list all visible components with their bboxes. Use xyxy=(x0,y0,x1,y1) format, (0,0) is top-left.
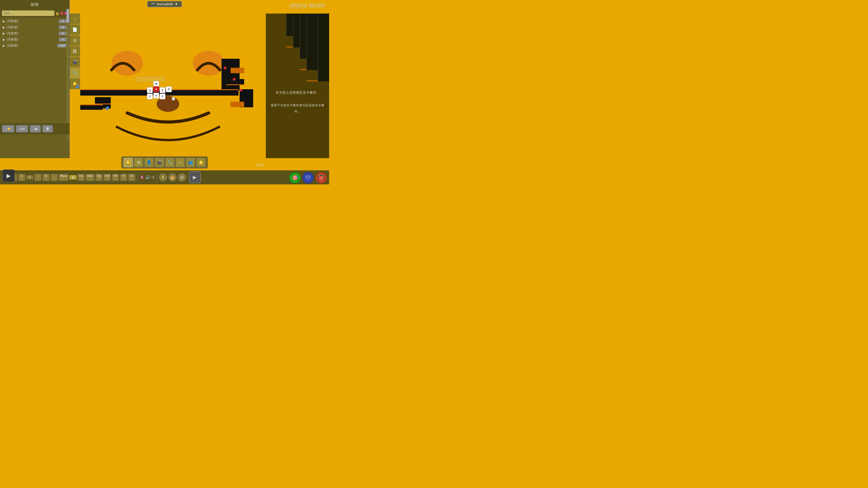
toolbar-separator-1 xyxy=(137,173,138,182)
dropdown-arrow-icon: ▼ xyxy=(175,2,178,6)
deco-count-2: 0 xyxy=(59,32,67,35)
center-toolbar: 🔔 ⊞ 👤 🎬 🔧 + 👥 ⭐ xyxy=(121,156,208,168)
key-z[interactable]: Z xyxy=(147,94,153,99)
decoration-list: ◆ (无标签) 0 ◆ (无标签) 0 ◆ (无标签) 0 ◆ (无标签) 0 … xyxy=(0,18,69,50)
deco-icon-2: ◆ xyxy=(2,32,5,35)
center-tool-bell[interactable]: 🔔 xyxy=(123,158,133,167)
tool-strip: ♪ 📄 ⊞ 🖼 🎬 🔧 🔔 👤 xyxy=(70,13,80,89)
decoration-item-1[interactable]: ◆ (无标签) 0 xyxy=(0,24,69,31)
deco-icon-1: ◆ xyxy=(2,26,5,29)
center-tool-person[interactable]: 👤 xyxy=(144,158,154,167)
center-tool-users[interactable]: 👥 xyxy=(186,158,195,167)
platform-tiles xyxy=(80,90,265,95)
add-object-button[interactable]: +🔔 xyxy=(2,125,14,133)
deco-count-1: 0 xyxy=(59,26,67,29)
kb-f9[interactable]: F93 xyxy=(112,174,119,181)
big-play-right-button[interactable]: ▶ xyxy=(189,171,201,183)
tool-grid[interactable]: ⊞ xyxy=(70,35,80,46)
center-tool-star[interactable]: ⭐ xyxy=(196,158,206,167)
kb-t[interactable]: T xyxy=(26,175,33,180)
deco-label-0: (无标签) xyxy=(6,19,57,23)
left-panel-bottom-buttons: +🔔 +Aa +◆ 🗑 xyxy=(0,123,70,134)
tool-wrench[interactable]: 🔧 xyxy=(70,68,80,78)
float-square xyxy=(172,97,175,100)
kb-f2[interactable]: F24 xyxy=(128,174,135,181)
right-panel-line1: 本方块上没有绑定关卡事件。 xyxy=(270,90,326,96)
kb-b[interactable]: B1 xyxy=(42,174,50,181)
stair-orange2 xyxy=(226,84,244,85)
key-s[interactable]: S xyxy=(153,93,159,98)
shield-button[interactable]: 🛡 xyxy=(303,172,314,184)
tool-bell[interactable]: 🔔 👤 xyxy=(70,78,80,89)
add-shape-button[interactable]: +◆ xyxy=(30,125,41,133)
decoration-item-4[interactable]: ◆ (无标签) 2107 xyxy=(0,43,69,49)
blue-indicator xyxy=(106,107,109,110)
kb-menu[interactable]: Menu0 xyxy=(59,174,68,181)
decoration-item-0[interactable]: ◆ (无标签) 0 xyxy=(0,18,69,24)
lock-icon: 🔒 xyxy=(55,11,59,15)
kb-dash[interactable]: —3 xyxy=(34,174,41,181)
character-button[interactable]: 👹 xyxy=(315,172,327,184)
kb-f1[interactable]: F15 xyxy=(120,174,127,181)
tool-video[interactable]: 🎬 xyxy=(70,57,80,67)
deco-icon-0: ◆ xyxy=(2,20,5,23)
decoration-item-3[interactable]: ◆ (无标签) 0 xyxy=(0,37,69,43)
basket-button[interactable]: 🧺 xyxy=(168,173,177,182)
scroll-thumb[interactable] xyxy=(66,9,69,23)
kb-down[interactable]: ↓0 xyxy=(51,174,58,181)
center-tool-camera[interactable]: 🎬 xyxy=(155,158,164,167)
add-text-button[interactable]: +Aa xyxy=(16,125,29,133)
vol-icon[interactable]: 🔊 xyxy=(145,175,150,180)
color-dot-red[interactable] xyxy=(60,12,63,15)
deco-label-2: (无标签) xyxy=(6,31,57,35)
key-c[interactable]: C xyxy=(160,94,165,99)
camera-icon: 📷 xyxy=(151,2,155,6)
delete-button[interactable]: 🗑 xyxy=(42,125,53,133)
search-input[interactable] xyxy=(2,10,55,16)
vol-mute-icon[interactable]: 🔇 xyxy=(140,175,145,180)
target-green-button[interactable]: 🎯 xyxy=(289,172,301,184)
kb-home[interactable]: Hom3 xyxy=(86,174,94,181)
rotate-icon[interactable]: ↺ xyxy=(151,175,155,180)
tool-music[interactable]: ♪ xyxy=(70,13,80,24)
key-e[interactable]: E xyxy=(160,87,165,93)
kb-f10[interactable]: F106 xyxy=(103,174,111,181)
gameplay-label: 玩法 xyxy=(256,163,264,167)
center-tool-plus[interactable]: + xyxy=(176,158,185,167)
kb-ins[interactable]: Ins8 xyxy=(78,174,85,181)
bottom-toolbar: Q4 ↙4 48 T —3 B1 ↓0 Menu0 W Ins8 Hom3 Pg… xyxy=(0,170,329,184)
deco-label-3: (无标签) xyxy=(6,37,57,41)
key-a-red[interactable]: A xyxy=(153,86,159,92)
deco-count-0: 0 xyxy=(59,20,67,23)
right-panel-text: 本方块上没有绑定关卡事件。 使用下方的关卡事件条可以添加关卡事件。 xyxy=(266,86,329,118)
pause-button[interactable]: ⏸ xyxy=(159,173,167,182)
key-w[interactable]: W xyxy=(153,81,159,87)
selection-rect xyxy=(135,77,165,81)
tool-image[interactable]: 🖼 xyxy=(70,46,80,57)
kb-4[interactable]: 48 xyxy=(18,174,25,181)
toolbar-separator-2 xyxy=(156,173,157,182)
key-q[interactable]: Q xyxy=(147,87,153,93)
deco-label-4: (无标签) xyxy=(6,43,55,48)
kb-pg[interactable]: Pg3 xyxy=(95,174,103,181)
stair-orange1 xyxy=(230,68,244,73)
deco-label-1: (无标签) xyxy=(6,25,57,29)
right-panel: 本方块上没有绑定关卡事件。 使用下方的关卡事件条可以添加关卡事件。 xyxy=(266,13,329,158)
platform-lower-left-orange xyxy=(80,104,103,105)
deco-icon-4: ◆ xyxy=(2,44,5,47)
record-button[interactable] xyxy=(178,173,186,182)
top-bar: 📷 level.adofai ▼ xyxy=(0,0,329,8)
key-d[interactable]: D xyxy=(166,86,172,92)
left-panel: 装饰 🔒 ◆ (无标签) 0 ◆ (无标签) 0 ◆ (无标签) 0 ◆ (无标… xyxy=(0,0,70,158)
decoration-item-2[interactable]: ◆ (无标签) 0 xyxy=(0,31,69,37)
red-dot-2 xyxy=(233,78,236,80)
kb-w[interactable]: W xyxy=(69,175,76,180)
center-tool-grid[interactable]: ⊞ xyxy=(134,158,143,167)
tool-doc[interactable]: 📄 xyxy=(70,24,80,35)
play-button-large[interactable]: ▶ xyxy=(2,169,15,182)
red-dot-1 xyxy=(224,67,226,69)
left-panel-scrollbar[interactable] xyxy=(66,9,69,140)
center-tool-wrench[interactable]: 🔧 xyxy=(165,158,175,167)
search-bar: 🔒 xyxy=(0,9,69,18)
file-selector[interactable]: 📷 level.adofai ▼ xyxy=(147,1,182,7)
